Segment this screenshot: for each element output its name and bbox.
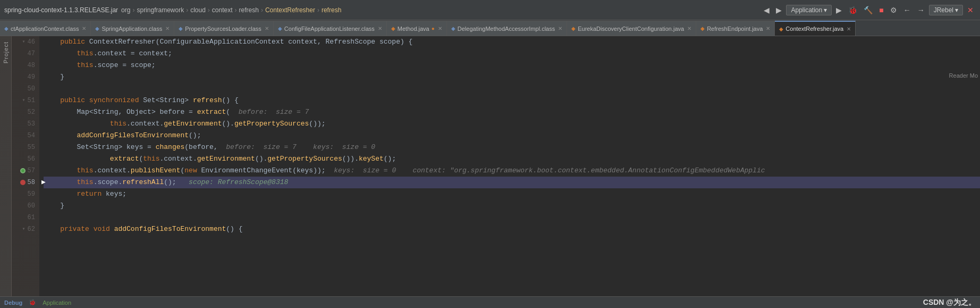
debug-dot-57 [20,168,26,173]
reader-mode-label[interactable]: Reader Mo [949,72,978,79]
bc-refresh[interactable]: refresh [239,6,259,14]
code-line-48: this.scope = scope; [44,60,980,71]
arrow-right-icon[interactable]: → [915,5,927,15]
tab-close-icon5[interactable]: ✕ [438,26,442,31]
code-line-51: public synchronized Set<String> refresh(… [44,95,980,106]
tab-delegating[interactable]: ◆ DelegatingMethodAccessorImpl.class ✕ [447,21,567,36]
tab-close-icon6[interactable]: ✕ [558,26,562,31]
code-line-50 [44,83,980,95]
tab-close-icon8[interactable]: ✕ [766,26,770,31]
editor-container: Project ▾ 46 47 48 49 50 ▾ 51 52 53 54 [0,36,980,296]
line-num-53: 53 [28,118,35,130]
chevron-down-icon-jrebel: ▾ [955,6,958,14]
jrebel-button[interactable]: JRebel ▾ [929,5,963,15]
gutter-49: 49 [12,71,35,83]
project-label: Project [3,41,9,63]
tab-method[interactable]: ◆ Method.java ● ✕ [387,21,447,36]
code-line-49: } [44,71,980,83]
gutter-46: ▾ 46 [12,36,35,48]
fold-icon-62[interactable]: ▾ [22,223,26,235]
gutter-58: 58 [12,177,35,188]
line-num-52: 52 [28,106,35,118]
project-sidebar[interactable]: Project [0,36,12,296]
tab-close-icon7[interactable]: ✕ [687,26,691,31]
gutter-51: ▾ 51 [12,95,35,106]
line-num-62: 62 [28,223,35,235]
class-file-icon4: ◆ [278,26,282,31]
gutter-50: 50 [12,83,35,95]
class-file-icon: ◆ [4,26,9,31]
stop-button[interactable]: ■ [877,5,885,15]
tab-configfileapplicationlistener[interactable]: ◆ ConfigFileApplicationListener.class ✕ [274,21,387,36]
build-button[interactable]: 🔨 [861,5,875,15]
gutter-47: 47 [12,48,35,60]
code-line-46: public ContextRefresher(ConfigurableAppl… [44,36,980,48]
gutter-59: 59 [12,188,35,200]
tab-close-icon2[interactable]: ✕ [165,26,170,31]
top-bar: spring-cloud-context-1.1.3.RELEASE.jar o… [0,0,980,20]
line-num-46: 46 [28,36,35,48]
bc-springframework[interactable]: springframework [137,6,184,14]
java-file-icon3: ◆ [700,26,705,31]
line-num-59: 59 [28,188,35,200]
current-line-indicator: ▶ [41,177,46,188]
tab-contextrefresher[interactable]: ◆ ContextRefresher.java ✕ [775,21,856,36]
run-config-button[interactable]: Application ▾ [786,5,832,15]
tab-close-icon9[interactable]: ✕ [847,26,851,32]
arrow-left-icon[interactable]: ← [901,5,913,15]
app-status-label[interactable]: Application [43,299,71,306]
forward-btn[interactable]: ▶ [774,5,784,15]
gutter-54: 54 [12,130,35,141]
debug-button[interactable]: 🐞 [846,5,859,15]
tab-close-icon3[interactable]: ✕ [265,26,269,31]
line-num-55: 55 [28,141,35,153]
fold-icon-46[interactable]: ▾ [22,36,26,48]
chevron-down-icon: ▾ [824,6,827,14]
breakpoint-58[interactable] [20,180,26,185]
code-line-62: private void addConfigFilesToEnvironment… [44,223,980,235]
tab-springapplication[interactable]: ◆ SpringApplication.class ✕ [91,21,174,36]
settings-icon[interactable]: ⚙ [888,5,899,15]
breadcrumb: org › springframework › cloud › context … [121,6,341,14]
code-line-52: Map<String, Object> before = extract( be… [44,106,980,118]
java-file-icon4: ◆ [779,26,783,32]
code-line-57: this.context.publishEvent(new Environmen… [44,165,980,177]
line-num-51: 51 [28,95,35,106]
line-num-57: 57 [28,165,35,177]
line-num-58: 58 [28,177,35,188]
gutter-62: ▾ 62 [12,223,35,235]
bc-refresh-method[interactable]: refresh [322,6,341,14]
close-button[interactable]: ✕ [965,5,976,15]
jrebel-label: JRebel [934,6,953,14]
line-num-50: 50 [28,83,35,95]
fold-icon-51[interactable]: ▾ [22,95,26,106]
modified-indicator: ● [432,26,435,31]
tab-propertysourcesloader[interactable]: ◆ PropertySourcesLoader.class ✕ [174,21,274,36]
line-num-49: 49 [28,71,35,83]
csdn-watermark: CSDN @为之。 [923,298,976,307]
tab-close-icon4[interactable]: ✕ [378,26,382,31]
class-file-icon3: ◆ [179,26,183,31]
line-num-54: 54 [28,130,35,141]
back-btn[interactable]: ◀ [762,5,772,15]
line-num-60: 60 [28,200,35,212]
line-num-56: 56 [28,153,35,165]
line-num-48: 48 [28,60,35,71]
line-num-47: 47 [28,48,35,60]
run-button[interactable]: ▶ [834,5,844,15]
code-line-58: ▶ this.scope.refreshAll(); scope: Refres… [44,177,980,188]
gutter-60: 60 [12,200,35,212]
bc-context[interactable]: context [212,6,233,14]
bc-org[interactable]: org [121,6,130,14]
code-line-60: } [44,200,980,212]
code-area[interactable]: public ContextRefresher(ConfigurableAppl… [39,36,980,296]
bc-cloud[interactable]: cloud [190,6,206,14]
gutter-55: 55 [12,141,35,153]
tab-close-icon[interactable]: ✕ [82,26,86,31]
line-number-gutter: ▾ 46 47 48 49 50 ▾ 51 52 53 54 55 [12,36,39,296]
tab-ctapplicationcontext[interactable]: ◆ ctApplicationContext.class ✕ [0,21,91,36]
gutter-53: 53 [12,118,35,130]
tab-refreshendpoint[interactable]: ◆ RefreshEndpoint.java ✕ [696,21,775,36]
bc-contextrefresher[interactable]: ContextRefresher [265,6,315,14]
tab-eurekadiscovery[interactable]: ◆ EurekaDiscoveryClientConfiguration.jav… [567,21,696,36]
